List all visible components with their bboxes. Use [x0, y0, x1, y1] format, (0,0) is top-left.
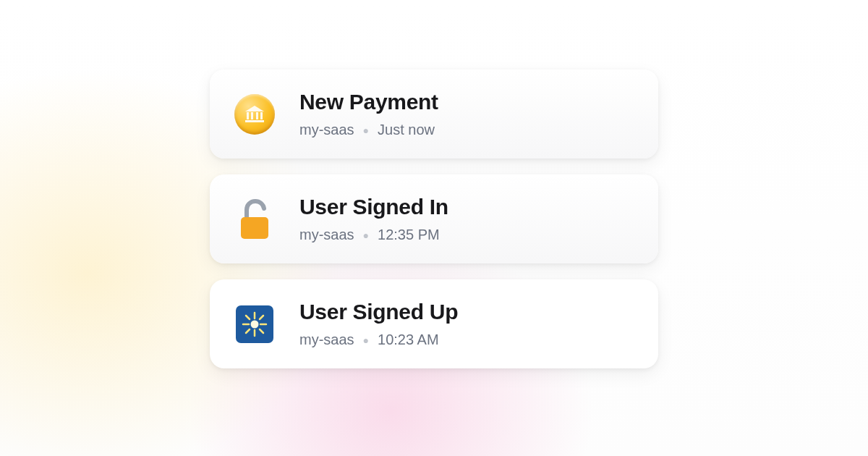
coin-bank-icon	[231, 91, 278, 138]
separator-dot: ●	[363, 229, 369, 241]
svg-line-5	[246, 316, 250, 319]
notification-title: New Payment	[299, 90, 438, 114]
svg-line-8	[260, 316, 263, 319]
sparkle-badge-icon	[231, 301, 278, 347]
separator-dot: ●	[363, 334, 369, 346]
notification-source: my-saas	[299, 332, 354, 348]
notification-body: User Signed In my-saas ● 12:35 PM	[299, 195, 448, 243]
svg-rect-0	[241, 217, 268, 239]
notification-time: 12:35 PM	[378, 227, 440, 243]
notification-title: User Signed In	[299, 195, 448, 219]
svg-line-6	[260, 329, 263, 333]
svg-line-7	[246, 329, 250, 333]
separator-dot: ●	[363, 124, 369, 136]
notification-card[interactable]: User Signed Up my-saas ● 10:23 AM	[210, 279, 658, 368]
notification-time: 10:23 AM	[378, 332, 439, 348]
svg-point-9	[251, 320, 259, 328]
notification-time: Just now	[378, 122, 435, 138]
notification-card[interactable]: New Payment my-saas ● Just now	[210, 69, 658, 159]
notification-meta: my-saas ● Just now	[299, 122, 438, 138]
notification-meta: my-saas ● 10:23 AM	[299, 332, 458, 348]
notification-body: User Signed Up my-saas ● 10:23 AM	[299, 300, 458, 348]
notification-card[interactable]: User Signed In my-saas ● 12:35 PM	[210, 174, 658, 263]
notification-title: User Signed Up	[299, 300, 458, 324]
notification-feed: New Payment my-saas ● Just now User Sign…	[0, 0, 868, 368]
unlocked-icon	[231, 196, 278, 242]
notification-source: my-saas	[299, 122, 354, 138]
notification-body: New Payment my-saas ● Just now	[299, 90, 438, 138]
notification-source: my-saas	[299, 227, 354, 243]
notification-meta: my-saas ● 12:35 PM	[299, 227, 448, 243]
